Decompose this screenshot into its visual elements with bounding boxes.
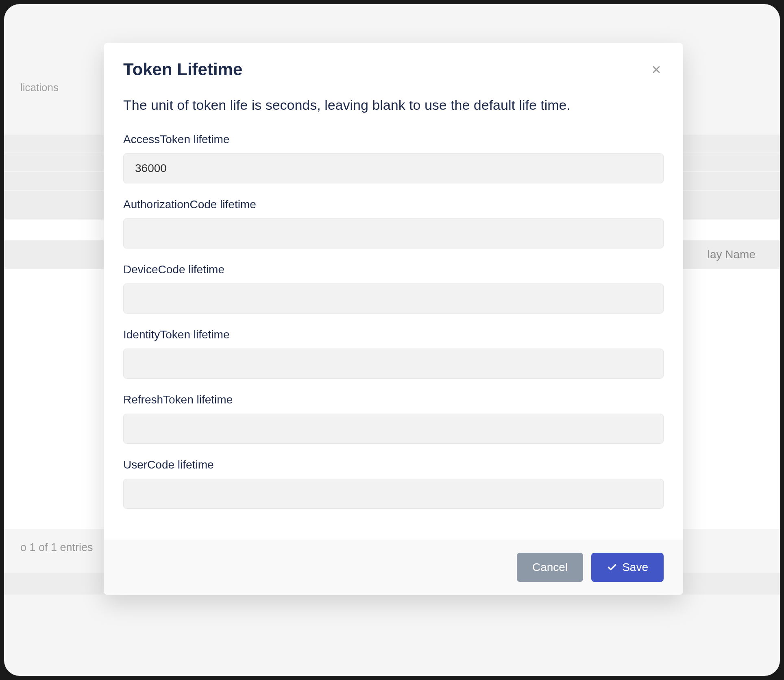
refresh-token-label: RefreshToken lifetime xyxy=(123,393,664,406)
identity-token-label: IdentityToken lifetime xyxy=(123,328,664,341)
token-lifetime-modal: Token Lifetime The unit of token life is… xyxy=(104,43,683,595)
modal-header: Token Lifetime xyxy=(104,43,683,87)
form-group-refresh-token: RefreshToken lifetime xyxy=(123,393,664,444)
modal-title: Token Lifetime xyxy=(123,60,242,79)
save-button[interactable]: Save xyxy=(591,553,664,582)
user-code-input[interactable] xyxy=(123,479,664,509)
device-code-label: DeviceCode lifetime xyxy=(123,263,664,276)
access-token-input[interactable] xyxy=(123,153,664,183)
modal-description: The unit of token life is seconds, leavi… xyxy=(123,96,664,115)
table-column-header: lay Name xyxy=(708,248,756,261)
check-icon xyxy=(607,562,617,573)
identity-token-input[interactable] xyxy=(123,349,664,379)
form-group-device-code: DeviceCode lifetime xyxy=(123,263,664,314)
close-icon xyxy=(651,64,662,75)
form-group-authorization-code: AuthorizationCode lifetime xyxy=(123,198,664,248)
close-button[interactable] xyxy=(649,62,664,77)
form-group-access-token: AccessToken lifetime xyxy=(123,133,664,183)
authorization-code-input[interactable] xyxy=(123,218,664,248)
authorization-code-label: AuthorizationCode lifetime xyxy=(123,198,664,211)
cancel-button-label: Cancel xyxy=(532,561,568,574)
form-group-identity-token: IdentityToken lifetime xyxy=(123,328,664,379)
modal-footer: Cancel Save xyxy=(104,540,683,595)
refresh-token-input[interactable] xyxy=(123,414,664,444)
table-footer-text: o 1 of 1 entries xyxy=(20,541,93,554)
access-token-label: AccessToken lifetime xyxy=(123,133,664,146)
device-code-input[interactable] xyxy=(123,283,664,314)
modal-body: The unit of token life is seconds, leavi… xyxy=(104,87,683,540)
form-group-user-code: UserCode lifetime xyxy=(123,458,664,509)
user-code-label: UserCode lifetime xyxy=(123,458,664,471)
cancel-button[interactable]: Cancel xyxy=(517,553,583,582)
save-button-label: Save xyxy=(622,561,648,574)
